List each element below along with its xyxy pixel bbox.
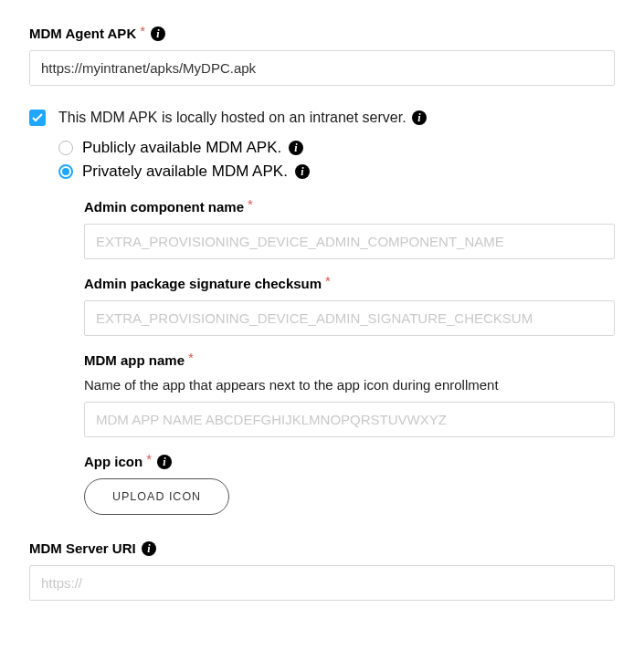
- locally-hosted-checkbox[interactable]: [29, 110, 46, 126]
- locally-hosted-label: This MDM APK is locally hosted on an int…: [58, 110, 406, 126]
- app-icon-label: App icon: [84, 454, 143, 469]
- mdm-app-name-label: MDM app name: [84, 352, 185, 368]
- private-apk-label: Privately available MDM APK.: [82, 163, 288, 181]
- mdm-server-uri-label: MDM Server URI: [29, 540, 136, 556]
- admin-component-label: Admin component name: [84, 199, 244, 215]
- required-asterisk: *: [248, 196, 253, 212]
- required-asterisk: *: [146, 451, 152, 467]
- info-icon[interactable]: i: [142, 541, 156, 556]
- mdm-server-uri-input[interactable]: [29, 565, 615, 601]
- mdm-app-name-input[interactable]: [84, 402, 615, 437]
- mdm-agent-apk-label: MDM Agent APK: [29, 26, 136, 41]
- private-apk-radio[interactable]: [58, 164, 73, 179]
- required-asterisk: *: [140, 23, 145, 38]
- required-asterisk: *: [188, 350, 194, 365]
- info-icon[interactable]: i: [412, 110, 427, 125]
- admin-component-input[interactable]: [84, 224, 615, 259]
- info-icon[interactable]: i: [157, 455, 172, 469]
- public-apk-label: Publicly available MDM APK.: [82, 139, 281, 157]
- info-icon[interactable]: i: [289, 141, 303, 155]
- info-icon[interactable]: i: [151, 26, 165, 41]
- public-apk-radio[interactable]: [58, 141, 73, 155]
- signature-checksum-input[interactable]: [84, 300, 615, 336]
- required-asterisk: *: [325, 273, 331, 288]
- mdm-agent-apk-input[interactable]: [29, 50, 615, 86]
- upload-icon-button[interactable]: UPLOAD ICON: [84, 478, 229, 515]
- signature-checksum-label: Admin package signature checksum: [84, 276, 322, 291]
- mdm-app-name-hint: Name of the app that appears next to the…: [84, 377, 615, 393]
- info-icon[interactable]: i: [295, 164, 310, 179]
